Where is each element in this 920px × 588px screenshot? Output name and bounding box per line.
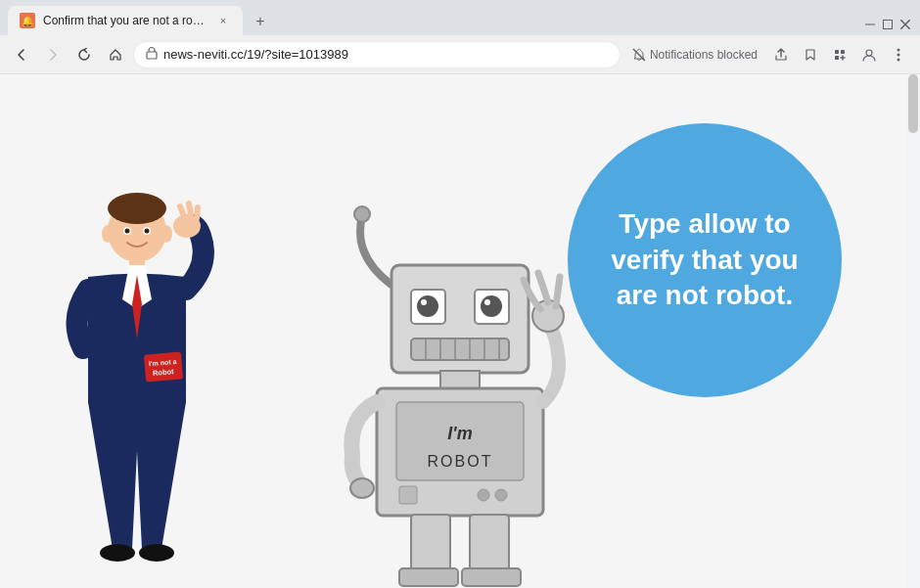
reload-button[interactable] [70,41,98,68]
svg-rect-8 [835,56,839,60]
svg-text:ROBOT: ROBOT [428,453,493,470]
extensions-button[interactable] [826,41,853,68]
new-tab-button[interactable]: + [247,8,274,35]
svg-line-26 [180,206,184,216]
svg-point-18 [145,229,150,234]
svg-point-54 [350,478,374,498]
robot-svg: I'm ROBOT [333,197,607,588]
forward-button[interactable] [39,41,67,68]
nav-right-controls: Notifications blocked [624,41,912,68]
browser-frame: 🔔 Confirm that you are not a robot × + [0,0,920,588]
back-button[interactable] [8,41,35,68]
svg-point-19 [102,225,114,243]
svg-point-12 [897,58,900,61]
svg-rect-46 [440,371,480,388]
svg-rect-58 [399,568,458,586]
svg-point-35 [421,299,427,305]
svg-point-9 [866,50,872,56]
svg-point-30 [139,544,174,562]
robot-illustration: I'm ROBOT [333,197,607,588]
svg-line-27 [189,204,191,214]
notifications-blocked: Notifications blocked [624,44,765,66]
person-illustration: I'm not a Robot [59,177,215,588]
tab-close-button[interactable]: × [215,13,231,28]
bookmark-button[interactable] [797,41,824,68]
svg-point-31 [354,206,370,222]
menu-button[interactable] [885,41,912,68]
verification-circle: Type allow to verify that you are not ro… [568,123,842,397]
page-content: Type allow to verify that you are not ro… [0,74,920,588]
svg-text:I'm: I'm [447,424,472,443]
svg-point-52 [478,489,489,501]
url-text: news-neviti.cc/19/?site=1013989 [163,47,608,62]
svg-point-38 [484,299,490,305]
svg-rect-59 [462,568,521,586]
svg-rect-7 [841,50,845,54]
svg-point-37 [481,295,502,317]
svg-point-29 [100,544,135,562]
circle-message: Type allow to verify that you are not ro… [607,206,803,313]
svg-point-34 [417,295,438,317]
scrollbar[interactable] [906,74,920,588]
svg-rect-56 [411,515,450,573]
svg-line-28 [197,207,198,218]
maximize-button[interactable] [881,18,895,31]
address-bar[interactable]: news-neviti.cc/19/?site=1013989 [133,41,621,68]
notifications-blocked-label: Notifications blocked [650,48,758,62]
window-controls [863,18,912,35]
svg-point-10 [897,48,900,51]
navigation-bar: news-neviti.cc/19/?site=1013989 Notifica… [0,35,920,74]
scrollbar-thumb[interactable] [908,74,918,133]
lock-icon [146,46,158,63]
close-button[interactable] [898,18,912,31]
home-button[interactable] [102,41,129,68]
profile-button[interactable] [855,41,883,68]
svg-point-53 [495,489,507,501]
tab-strip: 🔔 Confirm that you are not a robot × + [8,6,863,35]
title-bar: 🔔 Confirm that you are not a robot × + [0,0,920,35]
svg-rect-4 [147,52,157,59]
active-tab[interactable]: 🔔 Confirm that you are not a robot × [8,6,243,35]
svg-point-17 [125,229,130,234]
svg-point-14 [108,193,166,224]
svg-point-20 [161,225,172,243]
tab-label: Confirm that you are not a robot [43,14,207,27]
svg-rect-51 [399,486,417,504]
tab-favicon: 🔔 [20,13,35,28]
svg-point-11 [897,53,900,56]
person-svg: I'm not a Robot [59,177,215,588]
svg-rect-6 [835,50,839,54]
svg-rect-1 [884,21,893,29]
svg-rect-57 [470,515,509,573]
svg-rect-0 [865,24,875,25]
svg-text:Robot: Robot [153,367,175,378]
share-button[interactable] [767,41,795,68]
minimize-button[interactable] [863,18,877,31]
